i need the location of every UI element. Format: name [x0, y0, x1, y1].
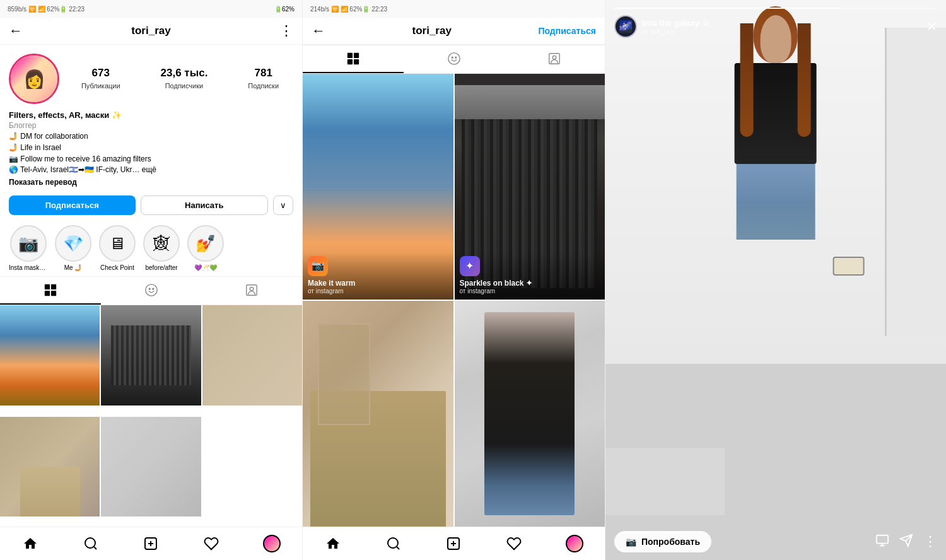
story-close-button[interactable]: ✕ [926, 19, 937, 34]
story-sub: от tori_ray [642, 28, 921, 35]
svg-point-15 [448, 53, 459, 64]
stat-posts: 673 Публикации [81, 67, 120, 91]
tab-bar-2 [303, 45, 605, 74]
try-label: Попробовать [641, 537, 700, 547]
tab-reels-2[interactable] [404, 45, 505, 73]
feed-overlay-title-1: Sparkles on black ✦ [460, 279, 600, 288]
message-button[interactable]: Написать [141, 195, 269, 215]
highlight-label-3: before/after [145, 264, 177, 271]
bio-line-4: 🌎 Tel-Aviv, Israel🇮🇱➡🇺🇦 IF-city, Ukr… ещ… [9, 165, 293, 175]
highlight-0[interactable]: 📷 Insta masks ... [9, 225, 48, 271]
bio-name: Filters, effects, AR, маски ✨ [9, 110, 293, 120]
search-button-1[interactable] [78, 534, 103, 554]
bio-line-2: 🤳 Life in Israel [9, 143, 293, 153]
battery-icon: 🔋62% [274, 6, 295, 13]
grid-cell-3[interactable] [202, 305, 302, 405]
try-button[interactable]: 📷 Попробовать [614, 531, 711, 552]
avatar-image: 👩 [11, 55, 57, 102]
dropdown-button[interactable]: ∨ [273, 195, 293, 215]
svg-rect-13 [347, 59, 353, 64]
svg-point-17 [455, 57, 456, 58]
svg-point-8 [250, 288, 254, 291]
story-action-icons: ⋮ [875, 534, 937, 551]
home-icon-1 [23, 536, 38, 551]
search-button-2[interactable] [381, 534, 406, 554]
show-translation[interactable]: Показать перевод [9, 178, 293, 187]
feed-overlay-sub-0: от instagram [308, 288, 448, 295]
grid-cell-4[interactable] [0, 417, 100, 516]
bottom-nav-1 [0, 527, 302, 560]
grid-cell-1[interactable] [0, 305, 100, 405]
highlight-circle-4: 💅 [187, 225, 224, 262]
svg-rect-14 [354, 59, 359, 64]
followers-count: 23,6 тыс. [161, 67, 208, 79]
story-avatar[interactable]: 🌌 [614, 15, 637, 38]
avatar[interactable]: 👩 [9, 54, 59, 104]
grid-cell-2[interactable] [101, 305, 201, 405]
home-button-2[interactable] [320, 534, 346, 554]
feed-cell-0[interactable]: 📷 Make it warm от instagram [303, 74, 453, 300]
follow-button[interactable]: Подписаться [9, 195, 136, 215]
feed-cell-2[interactable] [303, 301, 453, 527]
profile-button-2[interactable] [562, 534, 587, 554]
tab-grid-2[interactable] [303, 45, 404, 73]
bio-tag: Блоггер [9, 121, 293, 130]
heart-icon-1 [204, 536, 219, 551]
add-button-1[interactable] [138, 534, 163, 554]
story-jeans [736, 164, 815, 240]
story-image: 🌌 Into the galaxy ☆ от tori_ray ✕ 📷 Попр… [605, 0, 946, 560]
phone [832, 257, 864, 276]
tab-tagged-2[interactable] [504, 45, 605, 73]
feed-cell-3[interactable] [455, 301, 605, 527]
heart-button-1[interactable] [199, 534, 224, 554]
feed-overlay-sub-1: от instagram [460, 288, 600, 295]
person-silhouette [484, 312, 575, 515]
back-button-2[interactable]: ← [312, 23, 325, 39]
status-left-1: 859b/s 🛜 📶 62%🔋 22:23 [8, 6, 85, 13]
more-button-1[interactable]: ⋮ [279, 23, 293, 39]
story-top-bar: 🌌 Into the galaxy ☆ от tori_ray ✕ [605, 0, 946, 43]
story-progress-fill [614, 8, 840, 9]
share-screen-icon[interactable] [875, 534, 889, 551]
highlight-label-0: Insta masks ... [9, 264, 48, 271]
tab-tagged-1[interactable] [201, 277, 302, 305]
story-person-container [687, 0, 865, 532]
svg-rect-0 [45, 284, 50, 289]
tab-grid-1[interactable] [0, 277, 101, 305]
bio-line-1: 🤳 DM for collaboration [9, 131, 293, 142]
highlight-1[interactable]: 💎 Me 🤳🏼 [54, 225, 92, 271]
subscribe-button-2[interactable]: Подписаться [538, 26, 596, 36]
home-icon-2 [325, 536, 341, 551]
add-icon-2 [446, 536, 461, 551]
tab-bar-1 [0, 276, 302, 305]
stat-following[interactable]: 781 Подписки [248, 67, 279, 91]
more-story-button[interactable]: ⋮ [923, 534, 937, 550]
tab-reels-1[interactable] [101, 277, 202, 305]
back-button-1[interactable]: ← [9, 23, 23, 39]
candles-top [455, 85, 605, 119]
grid-icon [44, 283, 57, 297]
bottom-avatar-1 [263, 535, 281, 552]
feed-overlay-icon-0: 📷 [308, 256, 328, 276]
top-nav-2: ← tori_ray Подписаться [303, 18, 605, 45]
svg-point-4 [145, 284, 156, 296]
highlight-label-1: Me 🤳🏼 [64, 264, 83, 271]
status-bar-2: 214b/s 🛜 📶 62%🔋 22:23 [303, 0, 605, 18]
grid-cell-5[interactable] [101, 417, 201, 516]
stat-followers[interactable]: 23,6 тыс. Подписчики [161, 67, 208, 91]
svg-rect-12 [354, 53, 359, 58]
smiley-icon-2 [447, 52, 461, 66]
highlight-3[interactable]: 🕸 before/after [143, 225, 180, 271]
highlight-circle-1: 💎 [55, 225, 91, 262]
profile-button-1[interactable] [259, 534, 284, 554]
following-label: Подписки [248, 82, 279, 90]
following-count: 781 [248, 67, 279, 79]
story-user-info: Into the galaxy ☆ от tori_ray [642, 18, 921, 35]
heart-button-2[interactable] [501, 534, 527, 554]
home-button-1[interactable] [18, 534, 43, 554]
highlight-4[interactable]: 💅 💜🥂💚 [187, 225, 225, 271]
highlight-2[interactable]: 🖥 Check Point [98, 225, 136, 271]
feed-cell-1[interactable]: ✦ Sparkles on black ✦ от instagram [455, 74, 605, 300]
send-icon[interactable] [899, 534, 913, 551]
add-button-2[interactable] [441, 534, 466, 554]
